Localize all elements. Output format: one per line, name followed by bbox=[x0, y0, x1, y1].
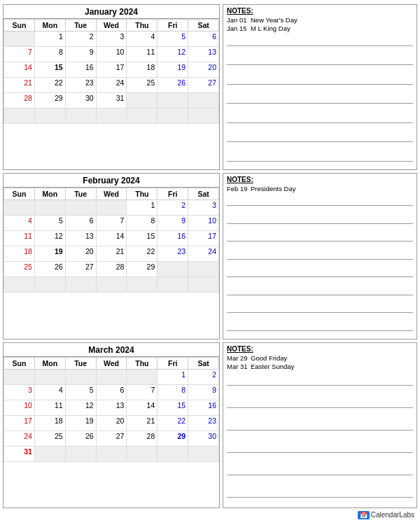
cal-cell: 2 bbox=[65, 31, 96, 47]
notes-title-0: NOTES: bbox=[227, 7, 413, 15]
cal-cell: 14 bbox=[4, 62, 35, 78]
note-text: Presidents Day bbox=[251, 185, 295, 192]
note-entry-0-1: Jan 15M L King Day bbox=[227, 24, 413, 32]
calendar-section-1: February 2024SunMonTueWedThuFriSat123456… bbox=[3, 173, 220, 339]
note-date: Feb 19 bbox=[227, 185, 248, 192]
col-header-Sat: Sat bbox=[188, 357, 219, 369]
cal-table-0: SunMonTueWedThuFriSat1234567891011121314… bbox=[4, 19, 219, 124]
cal-cell: 28 bbox=[127, 430, 158, 446]
cal-cell bbox=[158, 108, 188, 124]
cal-cell bbox=[96, 108, 127, 124]
note-line bbox=[227, 491, 413, 498]
note-line bbox=[227, 155, 413, 162]
col-header-Mon: Mon bbox=[34, 20, 65, 31]
cal-cell: 17 bbox=[188, 231, 219, 246]
cal-cell bbox=[34, 200, 65, 216]
cal-cell: 13 bbox=[188, 47, 219, 62]
cal-cell: 6 bbox=[65, 216, 96, 231]
note-text: Easter Sunday bbox=[251, 363, 294, 370]
col-header-Thu: Thu bbox=[127, 188, 158, 200]
note-line bbox=[227, 58, 413, 65]
notes-section-0: NOTES:Jan 01New Year's DayJan 15M L King… bbox=[223, 4, 417, 170]
cal-cell: 30 bbox=[188, 430, 219, 446]
cal-cell: 6 bbox=[96, 384, 127, 400]
cal-cell bbox=[127, 369, 158, 384]
cal-cell: 8 bbox=[34, 47, 65, 62]
cal-cell bbox=[34, 369, 65, 384]
cal-cell: 20 bbox=[65, 246, 96, 262]
cal-cell: 19 bbox=[65, 415, 96, 430]
cal-cell: 24 bbox=[4, 430, 35, 446]
cal-cell: 11 bbox=[34, 400, 65, 415]
calendar-section-0: January 2024SunMonTueWedThuFriSat1234567… bbox=[3, 4, 220, 170]
col-header-Tue: Tue bbox=[65, 20, 96, 31]
col-header-Mon: Mon bbox=[34, 188, 65, 200]
col-header-Sat: Sat bbox=[188, 20, 219, 31]
cal-cell: 29 bbox=[34, 93, 65, 108]
cal-cell: 5 bbox=[34, 216, 65, 231]
month-row-2: March 2024SunMonTueWedThuFriSat123456789… bbox=[3, 342, 417, 508]
col-header-Thu: Thu bbox=[127, 20, 158, 31]
cal-cell bbox=[65, 108, 96, 124]
cal-cell: 17 bbox=[4, 415, 35, 430]
cal-cell: 12 bbox=[158, 47, 188, 62]
note-text: New Year's Day bbox=[251, 16, 298, 24]
col-header-Mon: Mon bbox=[34, 357, 65, 369]
note-line bbox=[227, 135, 413, 142]
cal-cell: 23 bbox=[188, 415, 219, 430]
note-line bbox=[227, 379, 413, 386]
note-line bbox=[227, 324, 413, 331]
cal-cell: 18 bbox=[127, 62, 158, 78]
cal-cell bbox=[65, 446, 96, 461]
cal-cell: 7 bbox=[96, 216, 127, 231]
brand-icon: 📅 bbox=[358, 511, 370, 519]
cal-cell: 15 bbox=[34, 62, 65, 78]
cal-cell bbox=[127, 446, 158, 461]
month-title-2: March 2024 bbox=[4, 343, 219, 357]
cal-cell: 2 bbox=[188, 369, 219, 384]
cal-cell: 6 bbox=[188, 31, 219, 47]
month-title-0: January 2024 bbox=[4, 5, 219, 19]
cal-cell: 26 bbox=[158, 78, 188, 93]
note-date: Jan 01 bbox=[227, 16, 248, 24]
notes-title-1: NOTES: bbox=[227, 176, 413, 183]
cal-cell bbox=[188, 108, 219, 124]
cal-cell: 9 bbox=[158, 216, 188, 231]
cal-cell bbox=[96, 446, 127, 461]
note-entry-1-0: Feb 19Presidents Day bbox=[227, 185, 413, 192]
cal-cell: 16 bbox=[188, 400, 219, 415]
col-header-Sun: Sun bbox=[4, 20, 35, 31]
cal-cell: 7 bbox=[127, 384, 158, 400]
cal-cell bbox=[96, 277, 127, 293]
note-lines-2 bbox=[227, 371, 413, 505]
calendar-section-2: March 2024SunMonTueWedThuFriSat123456789… bbox=[3, 342, 220, 508]
note-entry-2-1: Mar 31Easter Sunday bbox=[227, 363, 413, 370]
cal-cell bbox=[188, 277, 219, 293]
cal-cell: 22 bbox=[158, 415, 188, 430]
month-row-0: January 2024SunMonTueWedThuFriSat1234567… bbox=[3, 4, 417, 170]
note-entry-0-0: Jan 01New Year's Day bbox=[227, 16, 413, 24]
cal-cell: 14 bbox=[127, 400, 158, 415]
cal-cell: 31 bbox=[4, 446, 35, 461]
cal-cell: 12 bbox=[65, 400, 96, 415]
cal-table-1: SunMonTueWedThuFriSat1234567891011121314… bbox=[4, 188, 219, 293]
cal-cell: 28 bbox=[96, 262, 127, 277]
col-header-Tue: Tue bbox=[65, 188, 96, 200]
cal-cell: 10 bbox=[96, 47, 127, 62]
cal-cell: 29 bbox=[158, 430, 188, 446]
cal-cell: 23 bbox=[65, 78, 96, 93]
cal-cell: 3 bbox=[4, 384, 35, 400]
notes-section-1: NOTES:Feb 19Presidents Day bbox=[223, 173, 417, 339]
cal-cell bbox=[188, 262, 219, 277]
cal-cell bbox=[34, 446, 65, 461]
cal-cell: 14 bbox=[96, 231, 127, 246]
cal-cell bbox=[4, 108, 35, 124]
note-text: Good Friday bbox=[251, 354, 287, 362]
note-line bbox=[227, 217, 413, 224]
note-date: Jan 15 bbox=[227, 24, 248, 32]
note-lines-0 bbox=[227, 33, 413, 167]
col-header-Sun: Sun bbox=[4, 357, 35, 369]
cal-cell: 20 bbox=[96, 415, 127, 430]
cal-cell bbox=[158, 262, 188, 277]
cal-cell: 3 bbox=[96, 31, 127, 47]
